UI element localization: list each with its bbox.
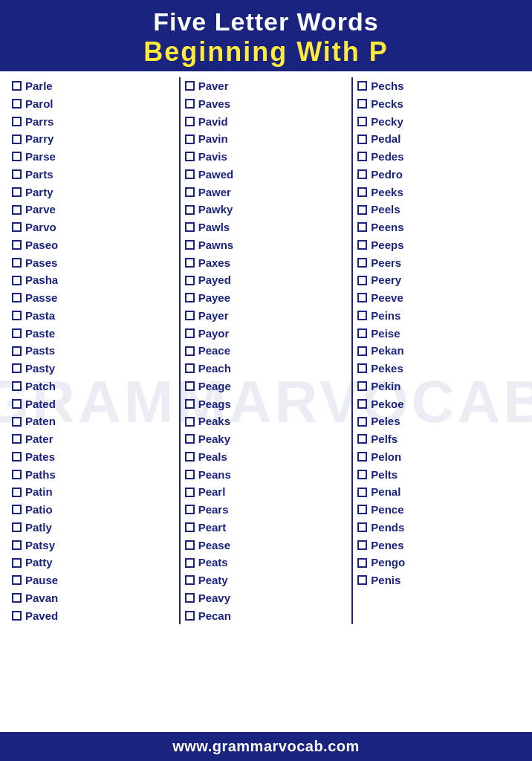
word-item[interactable]: Pasta (10, 307, 176, 325)
checkbox[interactable] (357, 381, 367, 391)
checkbox[interactable] (357, 522, 367, 532)
checkbox[interactable] (12, 152, 22, 161)
word-item[interactable]: Pavin (184, 130, 349, 148)
word-item[interactable]: Paste (10, 325, 176, 343)
checkbox[interactable] (12, 346, 22, 356)
checkbox[interactable] (357, 575, 367, 585)
checkbox[interactable] (185, 488, 195, 497)
checkbox[interactable] (185, 593, 195, 603)
word-item[interactable]: Parts (10, 166, 176, 184)
checkbox[interactable] (185, 470, 195, 479)
word-item[interactable]: Parse (10, 148, 176, 166)
word-item[interactable]: Peace (184, 342, 349, 360)
word-item[interactable]: Party (10, 184, 176, 201)
word-item[interactable]: Payer (184, 307, 349, 325)
word-item[interactable]: Pasts (10, 342, 176, 360)
checkbox[interactable] (185, 258, 195, 268)
word-item[interactable]: Patly (10, 519, 176, 537)
word-item[interactable]: Peart (184, 519, 349, 537)
checkbox[interactable] (357, 169, 367, 179)
word-item[interactable]: Paxes (184, 254, 349, 272)
word-item[interactable]: Pases (10, 254, 176, 272)
word-item[interactable]: Payee (184, 289, 349, 307)
checkbox[interactable] (185, 540, 195, 550)
checkbox[interactable] (185, 205, 195, 215)
word-item[interactable]: Parve (10, 201, 176, 218)
word-item[interactable]: Paved (10, 607, 176, 625)
checkbox[interactable] (12, 540, 22, 550)
word-item[interactable]: Pawky (184, 201, 349, 218)
checkbox[interactable] (357, 434, 367, 444)
word-item[interactable]: Pelfs (356, 430, 522, 448)
checkbox[interactable] (185, 81, 195, 91)
word-item[interactable]: Pears (184, 501, 349, 519)
word-item[interactable]: Peins (356, 307, 522, 325)
checkbox[interactable] (12, 117, 22, 126)
word-item[interactable]: Peens (356, 218, 522, 236)
checkbox[interactable] (12, 593, 22, 603)
checkbox[interactable] (12, 575, 22, 585)
checkbox[interactable] (185, 311, 195, 320)
word-item[interactable]: Peats (184, 554, 349, 571)
word-item[interactable]: Parle (10, 77, 176, 95)
checkbox[interactable] (12, 135, 22, 144)
word-item[interactable]: Paves (184, 95, 349, 113)
checkbox[interactable] (12, 363, 22, 373)
checkbox[interactable] (185, 522, 195, 532)
word-item[interactable]: Peise (356, 325, 522, 343)
checkbox[interactable] (185, 135, 195, 144)
word-item[interactable]: Peers (356, 254, 522, 272)
checkbox[interactable] (357, 452, 367, 462)
word-item[interactable]: Pelon (356, 448, 522, 466)
checkbox[interactable] (185, 399, 195, 409)
word-item[interactable]: Parol (10, 95, 176, 113)
word-item[interactable]: Parvo (10, 218, 176, 236)
checkbox[interactable] (357, 363, 367, 373)
checkbox[interactable] (357, 346, 367, 356)
word-item[interactable]: Pearl (184, 483, 349, 501)
word-item[interactable]: Paths (10, 466, 176, 484)
checkbox[interactable] (12, 470, 22, 479)
word-item[interactable]: Peags (184, 395, 349, 413)
word-item[interactable]: Pawer (184, 184, 349, 201)
checkbox[interactable] (185, 434, 195, 444)
checkbox[interactable] (357, 152, 367, 161)
word-item[interactable]: Pelts (356, 466, 522, 484)
checkbox[interactable] (357, 540, 367, 550)
checkbox[interactable] (185, 293, 195, 302)
checkbox[interactable] (357, 311, 367, 320)
word-item[interactable]: Peaky (184, 430, 349, 448)
checkbox[interactable] (12, 258, 22, 268)
word-item[interactable]: Peels (356, 201, 522, 218)
word-item[interactable]: Pedro (356, 166, 522, 184)
word-item[interactable]: Pecan (184, 607, 349, 625)
word-item[interactable]: Pedes (356, 148, 522, 166)
checkbox[interactable] (185, 363, 195, 373)
word-item[interactable]: Payed (184, 271, 349, 289)
word-item[interactable]: Pawns (184, 236, 349, 254)
word-item[interactable]: Pedal (356, 130, 522, 148)
word-item[interactable]: Pence (356, 501, 522, 519)
word-item[interactable]: Pater (10, 430, 176, 448)
checkbox[interactable] (357, 117, 367, 126)
checkbox[interactable] (12, 434, 22, 444)
word-item[interactable]: Pekes (356, 360, 522, 378)
checkbox[interactable] (185, 187, 195, 197)
word-item[interactable]: Penes (356, 537, 522, 554)
checkbox[interactable] (357, 488, 367, 497)
checkbox[interactable] (185, 240, 195, 250)
checkbox[interactable] (185, 381, 195, 391)
word-item[interactable]: Peeks (356, 184, 522, 201)
word-item[interactable]: Pends (356, 519, 522, 537)
word-item[interactable]: Peavy (184, 589, 349, 607)
checkbox[interactable] (357, 222, 367, 232)
word-item[interactable]: Pasty (10, 360, 176, 378)
word-item[interactable]: Pated (10, 395, 176, 413)
word-item[interactable]: Peals (184, 448, 349, 466)
checkbox[interactable] (357, 276, 367, 285)
checkbox[interactable] (357, 328, 367, 338)
checkbox[interactable] (357, 470, 367, 479)
word-item[interactable]: Paver (184, 77, 349, 95)
word-item[interactable]: Patin (10, 483, 176, 501)
word-item[interactable]: Pekoe (356, 395, 522, 413)
